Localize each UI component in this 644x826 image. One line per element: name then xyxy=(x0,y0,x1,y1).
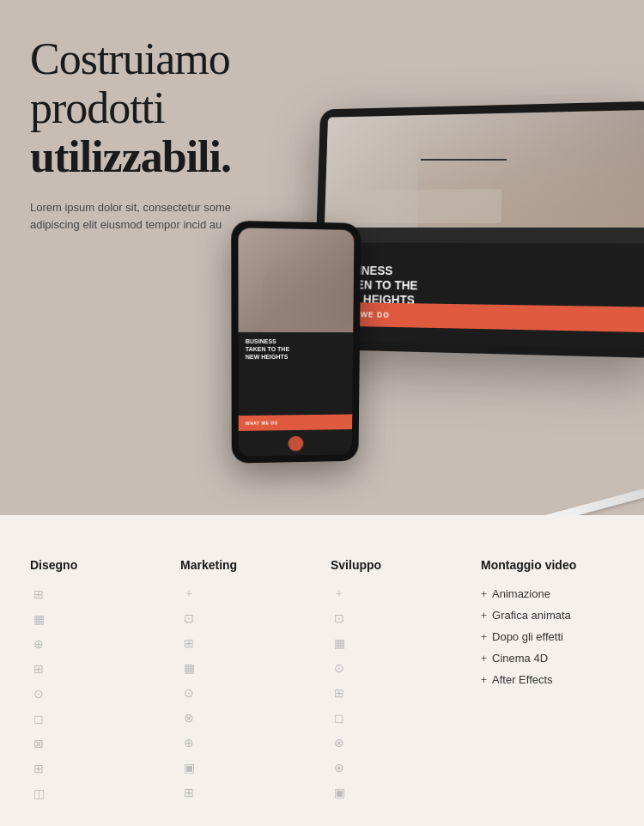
icon-marketing-2: ⊡ xyxy=(180,611,197,626)
icon-disegno-2: ▦ xyxy=(30,612,47,627)
service-title-montaggio: Montaggio video xyxy=(481,558,614,572)
icon-marketing-1: + xyxy=(180,587,197,601)
list-item: + Dopo gli effetti xyxy=(481,630,614,643)
phone-device: BUSINESSTAKEN TO THENEW HEIGHTS WHAT WE … xyxy=(231,221,361,464)
icon-disegno-4: ⊞ xyxy=(30,662,47,677)
icon-disegno-3: ⊕ xyxy=(30,637,47,652)
plus-icon-2: + xyxy=(481,610,487,622)
service-icons-sviluppo: + ⊡ ▦ ⊙ ⊞ ◻ ⊗ ⊕ ▣ xyxy=(331,587,464,800)
list-item: + xyxy=(180,587,313,601)
what-we-do-bar: WHAT WE DO xyxy=(321,302,644,333)
service-title-marketing: Marketing xyxy=(180,558,313,572)
icon-disegno-8: ⊞ xyxy=(30,762,47,776)
tablet-device: logo BUSINESSTAKEN TO THENEW HEIGHTS Rea… xyxy=(313,101,644,358)
icon-marketing-5: ⊙ xyxy=(180,686,197,701)
list-item: ⊕ xyxy=(30,637,163,652)
icon-sviluppo-7: ⊗ xyxy=(331,736,348,750)
list-item: + Cinema 4D xyxy=(481,652,614,665)
devices-container: logo BUSINESSTAKEN TO THENEW HEIGHTS Rea… xyxy=(206,69,644,515)
list-item: ⊡ xyxy=(180,611,313,626)
list-item: ◻ xyxy=(331,711,464,726)
list-item: ⊗ xyxy=(180,711,313,726)
service-col-sviluppo: Sviluppo + ⊡ ▦ ⊙ ⊞ ◻ ⊗ ⊕ ▣ xyxy=(331,558,464,801)
service-col-marketing: Marketing + ⊡ ⊞ ▦ ⊙ ⊗ ⊕ ▣ ⊞ xyxy=(180,558,313,801)
montaggio-item-2: Grafica animata xyxy=(492,609,571,622)
services-grid: Disegno ⊞ ▦ ⊕ ⊞ ⊙ ◻ ⊠ ⊞ ◫ Marketing + ⊡ … xyxy=(30,558,614,801)
service-icons-disegno: ⊞ ▦ ⊕ ⊞ ⊙ ◻ ⊠ ⊞ ◫ xyxy=(30,587,163,801)
list-item: ▣ xyxy=(331,786,464,800)
montaggio-item-1: Animazione xyxy=(492,587,550,600)
list-item: ◫ xyxy=(30,787,163,801)
service-title-disegno: Disegno xyxy=(30,558,163,572)
list-item: ⊕ xyxy=(331,761,464,775)
list-item: ⊞ xyxy=(30,762,163,776)
phone-what-text: WHAT WE DO xyxy=(246,420,278,425)
icon-sviluppo-4: ⊙ xyxy=(331,661,348,676)
list-item: ▦ xyxy=(180,661,313,676)
tablet-pencil xyxy=(534,478,644,515)
icon-sviluppo-2: ⊡ xyxy=(331,611,348,626)
icon-sviluppo-6: ◻ xyxy=(331,711,348,726)
list-item: + After Effects xyxy=(481,673,614,686)
montaggio-item-3: Dopo gli effetti xyxy=(492,630,563,643)
plus-icon-4: + xyxy=(481,653,487,665)
icon-marketing-4: ▦ xyxy=(180,661,197,676)
list-item: + Animazione xyxy=(481,587,614,600)
icon-sviluppo-3: ▦ xyxy=(331,636,348,651)
list-item: ⊗ xyxy=(331,736,464,750)
hero-description: Lorem ipsum dolor sit, consectetur some … xyxy=(30,199,270,235)
icon-marketing-3: ⊞ xyxy=(180,636,197,651)
icon-disegno-9: ◫ xyxy=(30,787,47,801)
list-item: ⊕ xyxy=(180,736,313,750)
list-item: ⊞ xyxy=(331,686,464,701)
list-item: ◻ xyxy=(30,712,163,726)
plus-icon-5: + xyxy=(481,674,487,686)
icon-marketing-9: ⊞ xyxy=(180,786,197,800)
list-item: ▦ xyxy=(331,636,464,651)
icon-sviluppo-9: ▣ xyxy=(331,786,348,800)
list-item: + xyxy=(331,587,464,601)
service-list-montaggio: + Animazione + Grafica animata + Dopo gl… xyxy=(481,587,614,686)
phone-circle-icon xyxy=(289,436,304,452)
list-item: ⊞ xyxy=(180,636,313,651)
list-item: + Grafica animata xyxy=(481,609,614,622)
list-item: ▦ xyxy=(30,612,163,627)
icon-disegno-7: ⊠ xyxy=(30,737,47,751)
icon-sviluppo-1: + xyxy=(331,587,348,601)
icon-disegno-5: ⊙ xyxy=(30,687,47,701)
list-item: ⊙ xyxy=(180,686,313,701)
list-item: ⊠ xyxy=(30,737,163,751)
icon-disegno-1: ⊞ xyxy=(30,587,47,602)
service-col-montaggio: Montaggio video + Animazione + Grafica a… xyxy=(481,558,614,801)
list-item: ⊙ xyxy=(331,661,464,676)
montaggio-item-5: After Effects xyxy=(492,673,553,686)
decorative-line xyxy=(421,159,507,161)
plus-icon-1: + xyxy=(481,588,487,600)
icon-marketing-6: ⊗ xyxy=(180,711,197,726)
list-item: ⊞ xyxy=(30,587,163,602)
service-title-sviluppo: Sviluppo xyxy=(331,558,464,572)
icon-sviluppo-8: ⊕ xyxy=(331,761,348,775)
phone-what-bar: WHAT WE DO xyxy=(239,414,353,430)
list-item: ⊞ xyxy=(30,662,163,677)
list-item: ⊙ xyxy=(30,687,163,701)
plus-icon-3: + xyxy=(481,631,487,643)
icon-marketing-7: ⊕ xyxy=(180,736,197,750)
phone-headline: BUSINESSTAKEN TO THENEW HEIGHTS xyxy=(246,337,347,361)
icon-disegno-6: ◻ xyxy=(30,712,47,726)
bottom-section: Disegno ⊞ ▦ ⊕ ⊞ ⊙ ◻ ⊠ ⊞ ◫ Marketing + ⊡ … xyxy=(0,515,644,826)
list-item: ⊞ xyxy=(180,786,313,800)
icon-sviluppo-5: ⊞ xyxy=(331,686,348,701)
hero-text-block: Costruiamoprodottiutilizzabili. Lorem ip… xyxy=(30,34,270,234)
hero-title: Costruiamoprodottiutilizzabili. xyxy=(30,34,270,182)
service-icons-marketing: + ⊡ ⊞ ▦ ⊙ ⊗ ⊕ ▣ ⊞ xyxy=(180,587,313,800)
service-col-disegno: Disegno ⊞ ▦ ⊕ ⊞ ⊙ ◻ ⊠ ⊞ ◫ xyxy=(30,558,163,801)
hero-section: Costruiamoprodottiutilizzabili. Lorem ip… xyxy=(0,0,644,515)
list-item: ▣ xyxy=(180,761,313,775)
icon-marketing-8: ▣ xyxy=(180,761,197,775)
montaggio-item-4: Cinema 4D xyxy=(492,652,548,665)
list-item: ⊡ xyxy=(331,611,464,626)
